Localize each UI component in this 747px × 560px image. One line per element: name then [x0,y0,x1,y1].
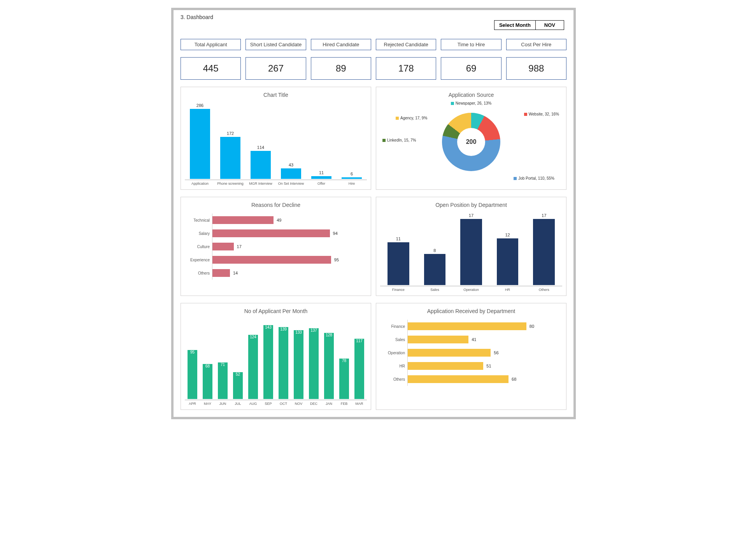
kpi-value: 445 [181,57,241,80]
dashboard-page: 3. Dashboard Select Month NOV Total Appl… [171,8,576,419]
kpi-value: 988 [506,57,566,80]
bar-value: 68 [205,364,210,368]
chart-funnel: Chart Title 286 172 114 43 11 6 Applicat… [181,87,371,190]
legend-swatch [382,139,386,142]
chart-title: No of Applicant Per Month [185,306,367,317]
bar-value: 94 [333,231,338,236]
bar-value: 80 [530,324,534,329]
bar-value: 143 [265,325,272,329]
legend-swatch [396,117,399,120]
legend-swatch [451,102,454,105]
bar-category: NOV [291,400,306,406]
bar-category: Operation [453,286,489,292]
bar-category: Hire [337,180,367,186]
kpi-label: Time to Hire [441,39,501,50]
bar [408,349,491,357]
bar-category: OCT [276,400,291,406]
bar-value: 11 [319,170,324,175]
bar-value: 68 [512,377,516,382]
bar-category: JAN [321,400,337,406]
bar-category: JUL [230,400,245,406]
bar [212,229,330,237]
bar-value: 11 [396,236,401,241]
bar [190,109,210,179]
bar [339,359,349,399]
bar-category: Operation [380,351,407,355]
bar-category: Others [380,377,407,382]
bar-category: JUN [215,400,230,406]
bar-category: APR [185,400,200,406]
bar [203,364,212,399]
bar-value: 41 [472,337,476,342]
bar-category: FEB [337,400,352,406]
chart-title: Open Position by Department [380,200,562,211]
bar [309,328,319,399]
bar-category: Salary [185,231,212,236]
bar-category: HR [489,286,526,292]
bar [248,335,258,399]
bar-value: 43 [289,163,293,167]
bar-value: 95 [334,257,339,262]
bar [424,254,446,285]
bar [533,219,555,285]
bar [212,269,230,277]
bar [263,325,273,399]
bar-value: 12 [505,233,510,237]
select-month-label: Select Month [494,20,536,30]
legend-swatch [524,113,527,116]
bar-category: MAR [352,400,367,406]
kpi-label: Short Listed Candidate [245,39,306,50]
bar-value: 78 [342,359,346,363]
bar-value: 51 [486,364,491,368]
bar [311,176,331,179]
month-selector: Select Month NOV [494,20,564,30]
bar [279,327,288,399]
bar-value: 139 [280,327,287,331]
bar [354,339,364,399]
bar-value: 114 [257,145,264,150]
bar-value: 286 [196,103,203,108]
kpi-value: 267 [245,57,306,80]
bar-value: 133 [295,330,302,334]
bar-value: 52 [236,372,240,376]
bar-category: SEP [261,400,276,406]
bar [218,362,228,399]
kpi-label: Hired Candidate [311,39,371,50]
bar-value: 172 [227,131,234,136]
bar-category: Sales [380,338,407,342]
bar-value: 14 [233,271,238,275]
bar-value: 137 [310,328,317,332]
chart-decline: Reasons for Decline Technical 49Salary 9… [181,197,371,296]
bar-category: MGR Interview [245,180,276,186]
bar-category: On Set Interview [276,180,306,186]
chart-title: Reasons for Decline [185,200,367,211]
bar-category: Offer [306,180,337,186]
bar-category: Others [526,286,562,292]
bar [251,151,271,179]
kpi-label: Total Applicant [181,39,241,50]
bar-value: 8 [433,248,436,253]
bar-category: Finance [380,324,407,329]
bar-category: MAY [200,400,215,406]
bar-value: 124 [250,335,256,339]
bar [212,256,331,264]
bar [460,219,482,285]
bar-category: DEC [306,400,321,406]
chart-per-month: No of Applicant Per Month 95 68 71 52 12… [181,303,371,410]
kpi-value: 178 [376,57,436,80]
selected-month[interactable]: NOV [536,20,564,30]
bar-value: 6 [351,172,353,176]
bar [294,330,303,399]
bar [408,322,526,330]
bar [388,242,409,285]
donut: 200 [442,113,500,171]
bar-value: 71 [221,362,225,367]
donut-label: Job Portal, 110, 55% [514,176,554,180]
bar [281,168,301,179]
bar-value: 117 [356,339,363,343]
chart-title: Chart Title [185,90,367,101]
bar [342,177,362,179]
bar [212,216,274,224]
kpi-row: Total Applicant 445Short Listed Candidat… [181,39,566,80]
bar [188,350,197,399]
